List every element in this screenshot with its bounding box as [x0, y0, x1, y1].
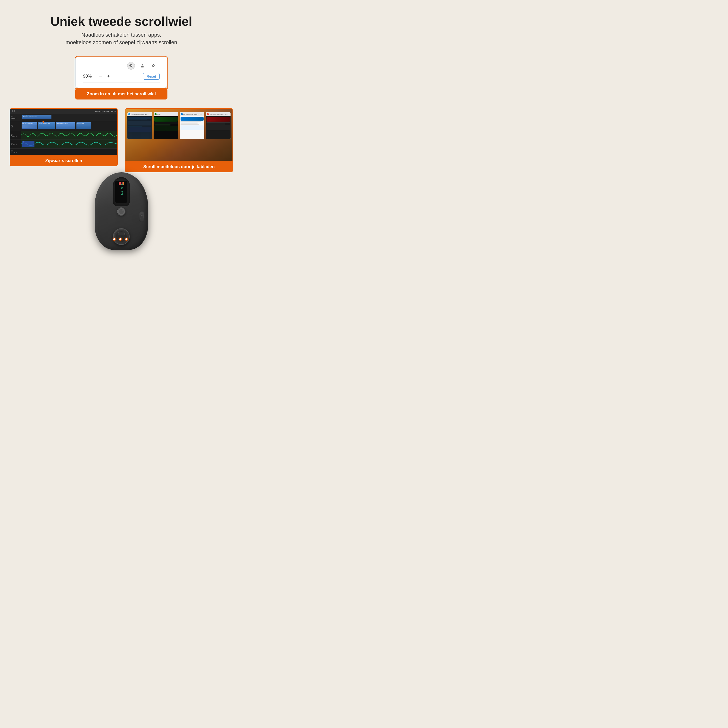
tab-1-content [127, 116, 152, 139]
tab-2: Xbox [154, 112, 178, 139]
zoom-divider [83, 83, 160, 83]
tab-1-title: Notifications / Twitter and... [131, 113, 148, 115]
star-icon[interactable] [150, 62, 157, 70]
track-label-v2: ⊞⊟ Video 2 [10, 116, 21, 119]
zoom-plus-button[interactable]: + [106, 73, 111, 80]
track-label-a2: ⊞⊟ Audio 2 [10, 142, 21, 145]
zoom-caption: Zoom in en uit met het scroll wiel [75, 89, 167, 99]
tab-2-favicon [154, 113, 156, 115]
mouse-top-panel: 2.4G BT2 [113, 177, 130, 206]
bottom-button[interactable] [118, 232, 125, 236]
tab-3: Announcing Windows 11 In... [180, 112, 205, 139]
track-area-a1 [21, 131, 117, 139]
track-area-a2: 13 [21, 140, 117, 148]
zoom-out-icon[interactable] [127, 62, 135, 70]
tab-1-favicon [128, 113, 130, 115]
zoom-controls: 90% − + Reset [83, 73, 160, 80]
connection-dot-center [119, 238, 122, 241]
connection-dot-right [125, 238, 128, 241]
track-area-v1: soft focus sea.mpe... waves to beach cas… [21, 121, 117, 131]
track-area-v2: pebbles close.mpe... [21, 114, 117, 121]
zoom-section: 90% − + Reset Zoom in en uit met het scr… [75, 56, 168, 99]
tab-2-content [154, 116, 178, 139]
track-label-a1: ⊞⊟ Audio 1 [10, 133, 21, 137]
tab-3-content [180, 116, 205, 139]
zoom-card: 90% − + Reset [75, 57, 167, 88]
display-bar-1 [119, 182, 119, 185]
video-editor-frame: ⊞ ⊟ pebbles close.mpe... [V] [5] ⊞⊟ Vide… [10, 108, 118, 155]
tab-4: 'Prodigy' is becoming a he... [206, 112, 231, 139]
tab-4-content [206, 116, 231, 139]
display-bar-4 [123, 182, 124, 185]
track-label-v1: ⊞⊟ V1 [10, 124, 21, 128]
tab-3-favicon [181, 113, 183, 115]
tabs-frame: Notifications / Twitter and... [125, 108, 233, 161]
tab-3-title: Announcing Windows 11 In... [184, 113, 202, 115]
mouse-section: 2.4G BT2 [10, 167, 233, 260]
main-panels: ⊞ ⊟ pebbles close.mpe... [V] [5] ⊞⊟ Vide… [10, 108, 233, 172]
left-panel: ⊞ ⊟ pebbles close.mpe... [V] [5] ⊞⊟ Vide… [10, 108, 118, 166]
left-panel-caption: Zijwaarts scrollen [10, 155, 118, 166]
tab-2-title: Xbox [157, 113, 161, 115]
tab-1: Notifications / Twitter and... [127, 112, 152, 139]
connection-dot-left [113, 238, 116, 241]
scroll-wheel-main [117, 208, 125, 216]
mouse-display-text: 2.4G BT2 [120, 184, 122, 195]
main-title: Uniek tweede scrollwiel [50, 15, 192, 28]
video-editor-screenshot: ⊞ ⊟ pebbles close.mpe... [V] [5] ⊞⊟ Vide… [10, 109, 117, 155]
mouse-display: 2.4G BT2 [115, 181, 127, 203]
page-header: Uniek tweede scrollwiel Naadloos schakel… [50, 15, 192, 46]
zoom-reset-button[interactable]: Reset [143, 73, 160, 80]
right-panel: Notifications / Twitter and... [125, 108, 233, 172]
zoom-percent: 90% [83, 74, 95, 79]
mouse-shape: 2.4G BT2 [95, 172, 148, 250]
svg-line-2 [132, 66, 133, 67]
track-area-a3 [21, 148, 117, 155]
zoom-minus-button[interactable]: − [98, 73, 103, 80]
tabs-grid: Notifications / Twitter and... [127, 112, 231, 139]
share-icon[interactable] [138, 62, 146, 70]
mouse-body: 2.4G BT2 [87, 172, 155, 260]
tab-4-favicon [207, 113, 209, 115]
zoom-card-top-row [83, 62, 160, 70]
side-button[interactable] [139, 211, 144, 222]
track-label-a3: ⊞⊟ Audio 3 [10, 150, 21, 153]
tab-4-title: 'Prodigy' is becoming a he... [210, 113, 228, 115]
tabs-screenshot: Notifications / Twitter and... [125, 109, 232, 161]
subtitle: Naadloos schakelen tussen apps, moeitelo… [50, 31, 192, 46]
